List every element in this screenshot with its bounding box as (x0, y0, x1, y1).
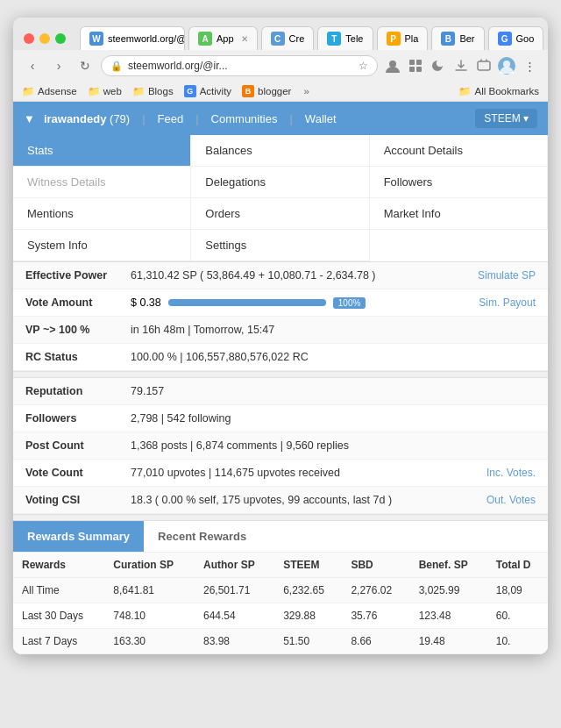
tab-steemworld-label: steemworld.org/@ir... (108, 33, 185, 44)
last7-total: 10. (487, 629, 548, 654)
rewards-col-period: Rewards (13, 553, 104, 578)
tab-ber[interactable]: B Ber (431, 26, 484, 50)
bookmark-blogger[interactable]: B blogger (242, 85, 291, 97)
last30-sbd: 35.76 (342, 603, 409, 629)
header-pipe-2: | (195, 112, 198, 125)
bookmark-web[interactable]: 📁 web (88, 85, 122, 97)
vp-label: VP ~> 100 % (25, 324, 131, 336)
menu-account-details-label: Account Details (384, 144, 463, 157)
rewards-header: Rewards Summary Recent Rewards (13, 521, 548, 553)
download-icon[interactable] (451, 56, 471, 75)
all-bookmarks-label[interactable]: All Bookmarks (475, 86, 540, 96)
menu-item-orders[interactable]: Orders (191, 198, 369, 230)
voting-csi-value: 18.3 ( 0.00 % self, 175 upvotes, 99 acco… (131, 494, 486, 506)
bookmark-activity[interactable]: G Activity (184, 85, 231, 97)
tab-search-icon[interactable] (474, 56, 494, 75)
all-time-sbd: 2,276.02 (342, 578, 409, 603)
svg-rect-4 (416, 67, 422, 72)
toolbar-icons: ⋮ (383, 56, 539, 75)
menu-item-market-info[interactable]: Market Info (370, 198, 548, 230)
header-username: irawandedy (79) (44, 112, 130, 125)
menu-orders-label: Orders (205, 207, 240, 220)
bookmarks-more-button[interactable]: » (303, 86, 309, 96)
header-caret[interactable]: ▼ (24, 112, 35, 125)
tab-tele[interactable]: T Tele (317, 26, 373, 50)
bookmark-blogs-folder-icon: 📁 (132, 85, 145, 97)
all-time-steem: 6,232.65 (274, 578, 342, 603)
tab-app[interactable]: A App ✕ (188, 26, 258, 50)
bookmark-star-icon[interactable]: ☆ (359, 60, 368, 72)
maximize-button[interactable] (55, 33, 66, 44)
bookmark-adsense[interactable]: 📁 Adsense (22, 85, 77, 97)
menu-settings-label: Settings (205, 239, 246, 252)
header-wallet-link[interactable]: Wallet (305, 112, 337, 125)
pla-tab-icon: P (387, 32, 401, 46)
out-votes-button[interactable]: Out. Votes (486, 494, 536, 506)
rewards-col-total: Total D (487, 553, 548, 578)
post-count-value: 1,368 posts | 6,874 comments | 9,560 rep… (131, 439, 536, 452)
menu-item-delegations[interactable]: Delegations (191, 167, 369, 198)
inc-votes-button[interactable]: Inc. Votes. (486, 467, 536, 479)
all-bookmarks-container: 📁 All Bookmarks (458, 85, 540, 97)
menu-item-followers[interactable]: Followers (370, 167, 548, 198)
steem-button[interactable]: STEEM ▾ (475, 109, 537, 128)
last30-curation: 748.10 (104, 603, 195, 629)
bookmark-web-folder-icon: 📁 (88, 85, 100, 97)
reload-button[interactable]: ↻ (75, 55, 96, 76)
last7-steem: 51.50 (274, 629, 342, 654)
header-feed-link[interactable]: Feed (158, 112, 184, 125)
stats-separator (13, 371, 548, 378)
sim-payout-button[interactable]: Sim. Payout (479, 296, 536, 309)
all-time-total: 18,09 (487, 578, 548, 603)
post-count-row: Post Count 1,368 posts | 6,874 comments … (13, 432, 548, 460)
menu-item-system-info[interactable]: System Info (13, 230, 191, 261)
page-content: ▼ irawandedy (79) | Feed | Communities |… (13, 102, 548, 654)
minimize-button[interactable] (39, 33, 50, 44)
last30-benef: 123.48 (410, 603, 487, 629)
moon-icon[interactable] (429, 56, 448, 75)
table-row: All Time 8,641.81 26,501.71 6,232.65 2,2… (13, 578, 548, 603)
close-button[interactable] (24, 33, 34, 44)
header-communities-link[interactable]: Communities (211, 112, 278, 125)
menu-grid: Stats Balances Account Details Witness D… (13, 135, 548, 262)
menu-item-settings[interactable]: Settings (191, 230, 369, 261)
lock-icon: 🔒 (110, 61, 123, 72)
vote-bar-container: $ 0.38 100% (131, 296, 479, 309)
new-tab-button[interactable]: + (547, 31, 548, 46)
menu-item-mentions[interactable]: Mentions (13, 198, 191, 230)
profile-icon[interactable] (383, 56, 402, 75)
menu-item-stats[interactable]: Stats (13, 135, 191, 167)
rewards-summary-tab[interactable]: Rewards Summary (13, 521, 144, 552)
tab-tele-label: Tele (345, 33, 363, 44)
menu-item-account-details[interactable]: Account Details (370, 135, 548, 167)
tab-cre-label: Cre (289, 33, 305, 44)
recent-rewards-label: Recent Rewards (158, 530, 246, 543)
ber-tab-icon: B (441, 32, 455, 46)
tab-pla[interactable]: P Pla (377, 26, 429, 50)
vote-bar-track (168, 299, 326, 306)
voting-csi-row: Voting CSI 18.3 ( 0.00 % self, 175 upvot… (13, 487, 548, 514)
extensions-icon[interactable] (406, 56, 425, 75)
recent-rewards-tab[interactable]: Recent Rewards (144, 521, 260, 552)
user-level: 79 (113, 112, 125, 125)
svg-point-0 (389, 61, 396, 68)
back-button[interactable]: ‹ (22, 55, 43, 76)
tab-goo[interactable]: G Goo (488, 26, 544, 50)
bookmark-blogs[interactable]: 📁 Blogs (132, 85, 174, 97)
address-bar[interactable]: 🔒 steemworld.org/@ir... ☆ (101, 55, 378, 76)
more-button[interactable]: ⋮ (520, 56, 539, 75)
simulate-sp-button[interactable]: Simulate SP (478, 269, 536, 282)
menu-item-witness-details: Witness Details (13, 167, 191, 198)
bookmark-activity-label: Activity (200, 86, 231, 96)
rc-status-value: 100.00 % | 106,557,880,576,022 RC (131, 351, 536, 363)
forward-button[interactable]: › (48, 55, 69, 76)
menu-balances-label: Balances (205, 144, 252, 157)
menu-item-balances[interactable]: Balances (191, 135, 369, 167)
avatar-button[interactable] (497, 56, 516, 75)
tab-steemworld[interactable]: W steemworld.org/@ir... ✕ (80, 26, 185, 50)
site-header-left: ▼ irawandedy (79) | Feed | Communities |… (24, 112, 337, 125)
tele-tab-icon: T (327, 32, 341, 46)
tab-cre[interactable]: C Cre (261, 26, 315, 50)
tab-close-app[interactable]: ✕ (241, 34, 248, 44)
effective-power-label: Effective Power (25, 269, 131, 282)
